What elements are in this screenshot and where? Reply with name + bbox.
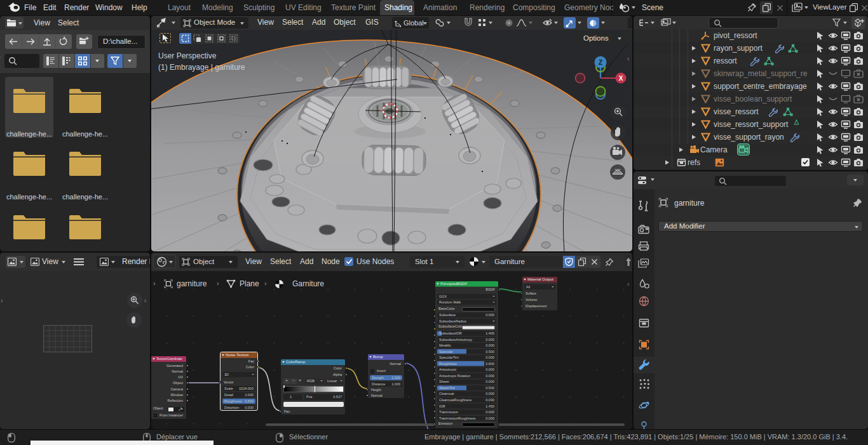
svg-text:X: X	[619, 75, 623, 82]
svg-text:Z: Z	[599, 59, 602, 66]
